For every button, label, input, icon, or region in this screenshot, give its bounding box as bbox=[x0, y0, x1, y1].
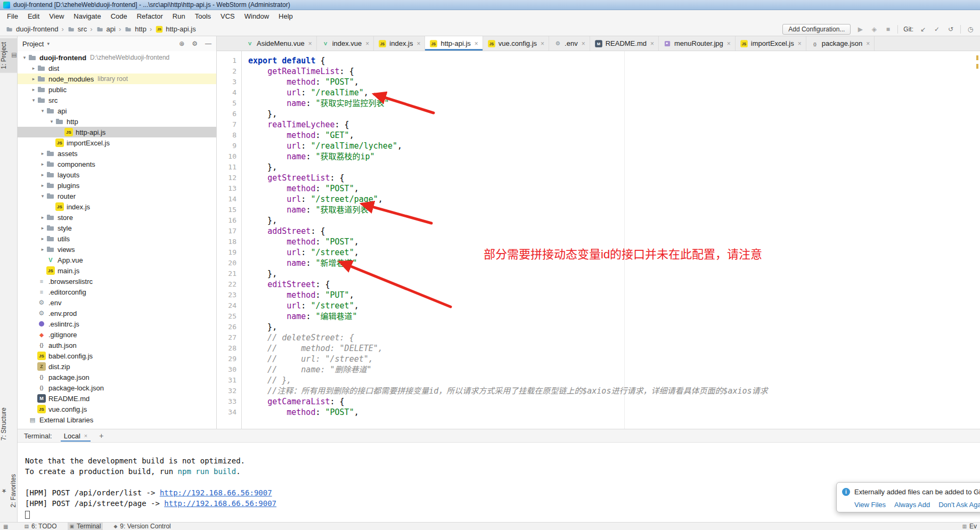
tree-row[interactable]: JShttp-api.js bbox=[18, 127, 216, 137]
editor-tab[interactable]: Vindex.vue× bbox=[317, 36, 374, 51]
chevron-down-icon[interactable]: ▾ bbox=[48, 119, 55, 124]
chevron-right-icon[interactable]: ▸ bbox=[30, 66, 37, 71]
code-line[interactable]: method: "POST", bbox=[248, 407, 980, 418]
editor-tab[interactable]: JSindex.js× bbox=[374, 36, 425, 51]
code-line[interactable]: // url: "/street", bbox=[248, 354, 980, 364]
close-icon[interactable]: × bbox=[416, 40, 420, 47]
code-line[interactable]: // }, bbox=[248, 375, 980, 386]
code-line[interactable]: addStreet: { bbox=[248, 226, 980, 237]
close-icon[interactable]: × bbox=[582, 40, 585, 47]
chevron-down-icon[interactable]: ▾ bbox=[47, 41, 50, 46]
menu-item-view[interactable]: View bbox=[44, 11, 69, 22]
status-bar-right[interactable]: ▥ Ev bbox=[962, 523, 977, 530]
tool-window-favorites-button[interactable]: ★ 2: Favorites bbox=[0, 470, 18, 511]
breadcrumb-item[interactable]: JShttp-api.js bbox=[155, 25, 195, 34]
editor-tab[interactable]: VAsideMenu.vue× bbox=[241, 36, 317, 51]
breadcrumb-item[interactable]: duoji-frontend bbox=[5, 25, 59, 34]
tree-row[interactable]: JSimportExcel.js bbox=[18, 137, 216, 148]
terminal-cursor[interactable] bbox=[25, 511, 30, 519]
run-icon[interactable]: ▶ bbox=[856, 26, 864, 33]
code-line[interactable]: method: "POST", bbox=[248, 77, 980, 87]
tree-row[interactable]: ▸style bbox=[18, 223, 216, 233]
tree-row[interactable]: ≡.browserslistrc bbox=[18, 276, 216, 287]
new-terminal-session-icon[interactable]: + bbox=[99, 431, 103, 440]
tree-row[interactable]: ▸components bbox=[18, 159, 216, 169]
close-icon[interactable]: × bbox=[541, 40, 544, 47]
close-icon[interactable]: × bbox=[308, 40, 312, 47]
chevron-down-icon[interactable]: ▾ bbox=[30, 97, 37, 103]
code-line[interactable]: }, bbox=[248, 268, 980, 279]
tree-row[interactable]: ◆.gitignore bbox=[18, 329, 216, 340]
close-icon[interactable]: × bbox=[866, 40, 870, 47]
code-line[interactable]: name: "获取荔枝的ip" bbox=[248, 151, 980, 162]
notification-action[interactable]: View Files bbox=[854, 501, 886, 509]
tree-row[interactable]: ▾api bbox=[18, 105, 216, 116]
tool-window-structure-button[interactable]: 7: Structure bbox=[0, 404, 18, 444]
tree-row[interactable]: ⚙.env.prod bbox=[18, 308, 216, 319]
menu-item-help[interactable]: Help bbox=[274, 11, 298, 22]
tree-row[interactable]: ▾src bbox=[18, 95, 216, 105]
statusbar-item-9-version-control[interactable]: ◆9: Version Control bbox=[111, 523, 173, 530]
editor-tab[interactable]: JShttp-api.js× bbox=[425, 36, 483, 51]
code-line[interactable]: name: "获取实时监控列表" bbox=[248, 98, 980, 109]
menu-item-refactor[interactable]: Refactor bbox=[132, 11, 168, 22]
project-panel-title[interactable]: Project bbox=[22, 40, 44, 48]
tree-row[interactable]: Zdist.zip bbox=[18, 361, 216, 372]
breadcrumb-item[interactable]: http bbox=[124, 25, 146, 34]
code-line[interactable]: // deleteStreet: { bbox=[248, 332, 980, 343]
code-line[interactable]: url: "/realTime", bbox=[248, 87, 980, 98]
tree-row[interactable]: ⚙.env bbox=[18, 297, 216, 308]
chevron-right-icon[interactable]: ▸ bbox=[39, 215, 46, 220]
code-line[interactable]: }, bbox=[248, 215, 980, 226]
chevron-down-icon[interactable]: ▾ bbox=[39, 108, 46, 113]
close-icon[interactable]: × bbox=[727, 40, 731, 47]
code-line[interactable]: export default { bbox=[248, 55, 980, 66]
code-line[interactable]: realTimeLychee: { bbox=[248, 119, 980, 130]
tree-row[interactable]: ▤External Libraries bbox=[18, 414, 216, 425]
chevron-right-icon[interactable]: ▸ bbox=[30, 76, 37, 81]
code-line[interactable]: getStreetList: { bbox=[248, 173, 980, 183]
tree-row[interactable]: ▸views bbox=[18, 244, 216, 255]
code-line[interactable]: }, bbox=[248, 162, 980, 173]
locate-icon[interactable]: ⊕ bbox=[179, 40, 184, 47]
chevron-right-icon[interactable]: ▸ bbox=[39, 183, 46, 188]
hide-icon[interactable]: — bbox=[205, 40, 211, 47]
chevron-right-icon[interactable]: ▸ bbox=[39, 236, 46, 241]
tree-row[interactable]: ▸public bbox=[18, 84, 216, 95]
menu-item-tools[interactable]: Tools bbox=[190, 11, 216, 22]
tree-row[interactable]: JSbabel.config.js bbox=[18, 350, 216, 361]
menu-item-vcs[interactable]: VCS bbox=[216, 11, 240, 22]
editor-tab[interactable]: {}package.json× bbox=[806, 36, 875, 51]
code-line[interactable]: getCameraList: { bbox=[248, 396, 980, 407]
menu-item-code[interactable]: Code bbox=[106, 11, 132, 22]
code-line[interactable]: name: "编辑巷道" bbox=[248, 311, 980, 322]
code-line[interactable]: editStreet: { bbox=[248, 279, 980, 290]
code-line[interactable]: getRealTimeList: { bbox=[248, 66, 980, 77]
chevron-right-icon[interactable]: ▸ bbox=[39, 225, 46, 231]
code-line[interactable]: url: "/street", bbox=[248, 300, 980, 311]
close-icon[interactable]: × bbox=[84, 433, 87, 439]
close-icon[interactable]: × bbox=[365, 40, 369, 47]
editor-code[interactable]: export default { getRealTimeList: { meth… bbox=[242, 51, 980, 429]
statusbar-item-6-todo[interactable]: ▤6: TODO bbox=[22, 523, 59, 530]
tree-row[interactable]: ▸node_moduleslibrary root bbox=[18, 74, 216, 84]
tree-row[interactable]: ▾router bbox=[18, 191, 216, 201]
tree-row[interactable]: MREADME.md bbox=[18, 393, 216, 404]
menu-item-window[interactable]: Window bbox=[240, 11, 274, 22]
code-line[interactable]: name: "获取巷道列表" bbox=[248, 205, 980, 215]
chevron-right-icon[interactable]: ▸ bbox=[39, 161, 46, 167]
code-line[interactable]: }, bbox=[248, 322, 980, 332]
close-icon[interactable]: × bbox=[475, 40, 478, 47]
debug-icon[interactable]: ◈ bbox=[870, 26, 878, 33]
tree-row[interactable]: JSmain.js bbox=[18, 265, 216, 276]
notification-action[interactable]: Don't Ask Agai bbox=[938, 501, 980, 509]
tree-row[interactable]: {}package-lock.json bbox=[18, 382, 216, 393]
tree-row[interactable]: ≡.editorconfig bbox=[18, 287, 216, 297]
tree-row[interactable]: JSindex.js bbox=[18, 201, 216, 212]
code-line[interactable]: method: "PUT", bbox=[248, 290, 980, 300]
tree-row[interactable]: {}package.json bbox=[18, 372, 216, 382]
tool-window-switcher-icon[interactable]: ▦ bbox=[3, 524, 8, 529]
chevron-right-icon[interactable]: ▸ bbox=[39, 247, 46, 252]
stop-icon[interactable]: ■ bbox=[884, 26, 892, 33]
tree-row[interactable]: {}auth.json bbox=[18, 340, 216, 350]
